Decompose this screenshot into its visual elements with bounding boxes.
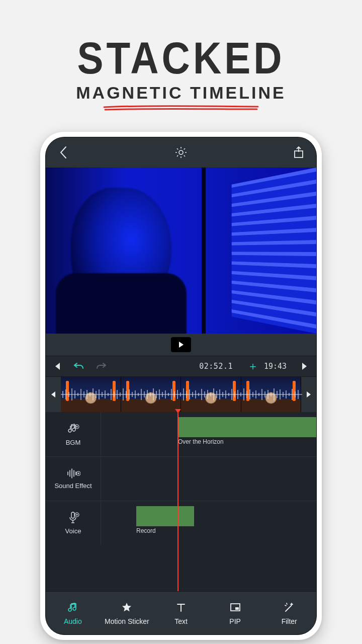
star-icon: [120, 601, 133, 614]
track-bgm[interactable]: BGM Over the Horizon: [46, 412, 316, 456]
app-screen: 02:52.1 ＋ 19:43: [45, 137, 317, 635]
playhead[interactable]: [177, 412, 178, 591]
tab-label: Text: [174, 617, 188, 625]
waveform-icon: [61, 387, 302, 402]
current-time: 02:52.1: [112, 356, 242, 376]
tab-audio[interactable]: Audio: [46, 592, 100, 634]
play-button[interactable]: [171, 337, 191, 352]
tab-label: PIP: [229, 617, 241, 625]
bottom-toolbar: Audio Motion Sticker Text: [46, 591, 316, 634]
duration: 19:43: [264, 356, 294, 376]
filmstrip-next-button[interactable]: [301, 377, 316, 412]
clip-label: Over the Horizon: [178, 438, 224, 445]
track-sound-effect[interactable]: Sound Effect: [46, 456, 316, 501]
text-icon: [174, 601, 188, 614]
redo-button[interactable]: [90, 356, 112, 376]
skip-end-button[interactable]: [294, 356, 316, 376]
play-bar: [46, 334, 316, 356]
pip-icon: [229, 601, 242, 614]
tab-label: Motion Sticker: [105, 617, 149, 625]
tab-label: Filter: [282, 617, 297, 625]
timeline-tracks[interactable]: BGM Over the Horizon Sound Effect: [46, 412, 316, 591]
sound-wave-icon: [66, 468, 80, 479]
tab-text[interactable]: Text: [154, 592, 208, 634]
music-note-icon: [67, 423, 80, 436]
svg-rect-7: [235, 607, 239, 610]
svg-point-0: [179, 150, 183, 154]
voice-clip[interactable]: [136, 506, 194, 526]
tab-pip[interactable]: PIP: [208, 592, 262, 634]
gear-icon[interactable]: [174, 146, 188, 159]
microphone-icon: [67, 511, 79, 524]
undo-button[interactable]: [68, 356, 90, 376]
back-icon[interactable]: [57, 146, 70, 159]
transport-row: 02:52.1 ＋ 19:43: [46, 356, 316, 377]
track-voice[interactable]: Voice Record: [46, 501, 316, 545]
promo-underline: [103, 105, 259, 112]
phone-frame: 02:52.1 ＋ 19:43: [40, 132, 322, 640]
magic-wand-icon: [283, 601, 296, 614]
share-icon[interactable]: [292, 146, 305, 159]
tab-filter[interactable]: Filter: [262, 592, 316, 634]
tab-motion-sticker[interactable]: Motion Sticker: [100, 592, 154, 634]
add-clip-button[interactable]: ＋: [242, 356, 264, 376]
promo-headline: STACKED MAGNETIC TIMELINE: [0, 0, 362, 112]
clip-label: Record: [136, 527, 156, 534]
svg-rect-4: [71, 512, 74, 518]
audio-clip[interactable]: [178, 417, 316, 437]
track-label: BGM: [66, 439, 81, 446]
audio-icon: [66, 601, 79, 614]
tab-label: Audio: [64, 617, 82, 625]
skip-start-button[interactable]: [46, 356, 68, 376]
filmstrip-prev-button[interactable]: [46, 377, 61, 412]
track-label: Voice: [65, 527, 81, 535]
top-bar: [46, 137, 316, 168]
promo-title: STACKED: [77, 32, 285, 85]
video-preview[interactable]: [46, 168, 316, 334]
track-label: Sound Effect: [54, 482, 92, 490]
promo-subtitle: MAGNETIC TIMELINE: [0, 83, 362, 103]
filmstrip[interactable]: [46, 377, 316, 412]
